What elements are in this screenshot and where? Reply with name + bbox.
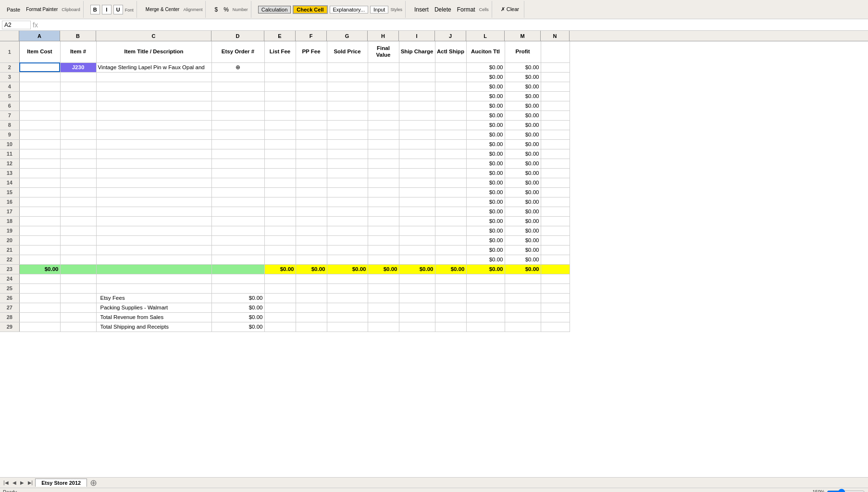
- cell-A5[interactable]: [19, 91, 60, 101]
- cell-N9[interactable]: [541, 130, 570, 139]
- cell-M8[interactable]: $0.00: [505, 120, 541, 130]
- cell-D29[interactable]: $0.00: [211, 322, 264, 332]
- cell-N20[interactable]: [541, 235, 570, 245]
- cell-I4[interactable]: [399, 82, 435, 91]
- cell-E7[interactable]: [264, 111, 296, 120]
- cell-M14[interactable]: $0.00: [505, 178, 541, 187]
- cell-B9[interactable]: [60, 130, 96, 139]
- cell-H11[interactable]: [368, 149, 399, 159]
- cell-G6[interactable]: [327, 101, 368, 111]
- merge-center-button[interactable]: Merge & Center: [144, 6, 182, 13]
- cell-F8[interactable]: [296, 120, 327, 130]
- cell-J20[interactable]: [435, 235, 466, 245]
- cell-F3[interactable]: [296, 72, 327, 82]
- cell-E12[interactable]: [264, 159, 296, 168]
- cell-reference[interactable]: [2, 21, 31, 29]
- cell-H7[interactable]: [368, 111, 399, 120]
- cell-G26[interactable]: [327, 293, 368, 303]
- cell-G13[interactable]: [327, 168, 368, 178]
- cell-H27[interactable]: [368, 303, 399, 312]
- cell-F14[interactable]: [296, 178, 327, 187]
- cell-C29[interactable]: Total Shipping and Receipts: [96, 322, 211, 332]
- cell-C21[interactable]: [96, 245, 211, 255]
- cell-E27[interactable]: [264, 303, 296, 312]
- cell-E4[interactable]: [264, 82, 296, 91]
- header-list-fee[interactable]: List Fee: [264, 41, 296, 62]
- cell-N21[interactable]: [541, 245, 570, 255]
- cell-A11[interactable]: [19, 149, 60, 159]
- cell-L18[interactable]: $0.00: [466, 216, 505, 226]
- cell-N29[interactable]: [541, 322, 570, 332]
- cell-A10[interactable]: [19, 139, 60, 149]
- cell-G23[interactable]: $0.00: [327, 264, 368, 274]
- cell-B24[interactable]: [60, 274, 96, 283]
- cell-D22[interactable]: [211, 255, 264, 264]
- cell-H14[interactable]: [368, 178, 399, 187]
- cell-B18[interactable]: [60, 216, 96, 226]
- cell-H4[interactable]: [368, 82, 399, 91]
- cell-N6[interactable]: [541, 101, 570, 111]
- cell-G10[interactable]: [327, 139, 368, 149]
- cell-F29[interactable]: [296, 322, 327, 332]
- cell-L17[interactable]: $0.00: [466, 207, 505, 216]
- cell-L15[interactable]: $0.00: [466, 187, 505, 197]
- cell-E6[interactable]: [264, 101, 296, 111]
- tab-arrow-first[interactable]: |◀: [2, 480, 10, 485]
- cell-F26[interactable]: [296, 293, 327, 303]
- cell-G22[interactable]: [327, 255, 368, 264]
- cell-N15[interactable]: [541, 187, 570, 197]
- cell-E8[interactable]: [264, 120, 296, 130]
- cell-C28[interactable]: Total Revenue from Sales: [96, 312, 211, 322]
- cell-E13[interactable]: [264, 168, 296, 178]
- cell-I18[interactable]: [399, 216, 435, 226]
- cell-A19[interactable]: [19, 226, 60, 235]
- calculation-button[interactable]: Calculation: [258, 6, 291, 13]
- cell-E11[interactable]: [264, 149, 296, 159]
- cell-C3[interactable]: [96, 72, 211, 82]
- cell-J4[interactable]: [435, 82, 466, 91]
- input-button[interactable]: Input: [370, 6, 388, 13]
- cell-D25[interactable]: [211, 283, 264, 293]
- cell-I27[interactable]: [399, 303, 435, 312]
- cell-C25[interactable]: [96, 283, 211, 293]
- cell-H23[interactable]: $0.00: [368, 264, 399, 274]
- cell-A3[interactable]: [19, 72, 60, 82]
- header-etsy-order[interactable]: Etsy Order #: [211, 41, 264, 62]
- col-header-L[interactable]: L: [466, 31, 505, 41]
- cell-E22[interactable]: [264, 255, 296, 264]
- bold-button[interactable]: B: [90, 5, 100, 14]
- cell-B26[interactable]: [60, 293, 96, 303]
- cell-A15[interactable]: [19, 187, 60, 197]
- cell-H10[interactable]: [368, 139, 399, 149]
- cell-D9[interactable]: [211, 130, 264, 139]
- cell-E24[interactable]: [264, 274, 296, 283]
- cell-F18[interactable]: [296, 216, 327, 226]
- cell-C8[interactable]: [96, 120, 211, 130]
- cell-B19[interactable]: [60, 226, 96, 235]
- cell-G11[interactable]: [327, 149, 368, 159]
- cell-N3[interactable]: [541, 72, 570, 82]
- cell-F9[interactable]: [296, 130, 327, 139]
- cell-L25[interactable]: [466, 283, 505, 293]
- cell-H15[interactable]: [368, 187, 399, 197]
- cell-G5[interactable]: [327, 91, 368, 101]
- cell-N4[interactable]: [541, 82, 570, 91]
- cell-J14[interactable]: [435, 178, 466, 187]
- tab-arrow-last[interactable]: ▶|: [26, 480, 35, 485]
- cell-L4[interactable]: $0.00: [466, 82, 505, 91]
- cell-J8[interactable]: [435, 120, 466, 130]
- cell-J12[interactable]: [435, 159, 466, 168]
- cell-F16[interactable]: [296, 197, 327, 207]
- col-header-I[interactable]: I: [399, 31, 435, 41]
- cell-A4[interactable]: [19, 82, 60, 91]
- cell-D11[interactable]: [211, 149, 264, 159]
- delete-button[interactable]: Delete: [433, 5, 453, 14]
- cell-E28[interactable]: [264, 312, 296, 322]
- cell-C19[interactable]: [96, 226, 211, 235]
- cell-N28[interactable]: [541, 312, 570, 322]
- cell-H25[interactable]: [368, 283, 399, 293]
- cell-A28[interactable]: [19, 312, 60, 322]
- cell-A17[interactable]: [19, 207, 60, 216]
- cell-L16[interactable]: $0.00: [466, 197, 505, 207]
- cell-D28[interactable]: $0.00: [211, 312, 264, 322]
